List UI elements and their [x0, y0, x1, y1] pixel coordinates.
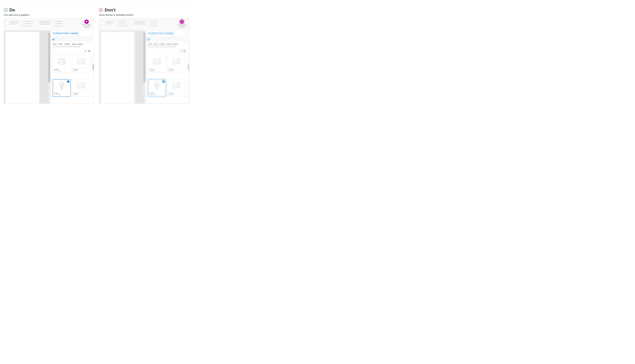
grid-view-icon[interactable]: [88, 50, 90, 52]
card-spec: 85w Equal: [73, 70, 89, 72]
card-brand: Contoso: [149, 68, 165, 70]
product-card[interactable]: Contoso60 - 65w Equal: [148, 55, 166, 73]
placeholder-image-icon: [72, 79, 90, 92]
list-view-icon[interactable]: [180, 50, 182, 52]
addin-ribbon-button[interactable]: Parts Catalog Contoso: [176, 19, 187, 28]
card-brand: Contoso: [54, 68, 70, 70]
product-card[interactable]: Contoso85w Equal: [167, 79, 185, 97]
product-card[interactable]: ✓Contoso60 - 65w Equal: [148, 79, 166, 97]
svg-rect-26: [173, 83, 180, 88]
pane-dropdown-icon[interactable]: ▼: [91, 32, 92, 34]
product-card[interactable]: Contoso85w Equal: [72, 55, 90, 73]
svg-rect-11: [61, 88, 62, 90]
ribbon-checkbox[interactable]: [148, 23, 150, 24]
scroll-thumb[interactable]: [48, 33, 50, 82]
card-spec: 60 - 65w Equal: [54, 94, 70, 96]
scroll-thumb[interactable]: [143, 33, 145, 82]
dont-column: Don't Show blurred or pixelated content.: [99, 8, 189, 104]
ribbon-checkbox[interactable]: [53, 20, 55, 22]
ribbon-button-placeholder[interactable]: [130, 21, 133, 24]
selected-check-icon: ✓: [162, 80, 165, 83]
card-spec: 60 - 65w Equal: [54, 70, 70, 72]
svg-rect-12: [78, 83, 85, 88]
do-subtitle: Use clear text & graphics.: [4, 14, 94, 16]
selected-check-icon: ✓: [67, 80, 70, 83]
addin-ribbon-button[interactable]: Parts Catalog Contoso: [81, 19, 92, 28]
pane-dropdown-icon[interactable]: ▾ ✕: [185, 32, 187, 34]
product-card[interactable]: Contoso60 - 65w Equal: [53, 55, 71, 73]
results-grid: Contoso60 - 65w EqualContoso85w Equal✓Co…: [50, 54, 92, 104]
card-spec: 85w Equal: [73, 94, 89, 96]
ribbon-checkbox[interactable]: [148, 20, 150, 22]
svg-point-24: [154, 81, 159, 87]
product-card[interactable]: ✓Contoso60 - 65w Equal: [53, 79, 71, 97]
placeholder-image-icon: [72, 55, 90, 68]
document-page: [5, 32, 40, 104]
search-summary: LED - R30 - 2700K - Warm White 16 result…: [146, 41, 188, 49]
ribbon-checkbox[interactable]: [53, 25, 55, 27]
ribbon-button-placeholder[interactable]: [5, 21, 9, 24]
scroll-thumb[interactable]: [188, 64, 189, 70]
ribbon-checkbox[interactable]: [148, 25, 150, 27]
dont-subtitle: Show blurred or pixelated content.: [99, 14, 189, 16]
addin-label-title: Parts Catalog: [177, 24, 186, 26]
ribbon-checkbox[interactable]: [22, 25, 24, 27]
card-brand: Contoso: [73, 68, 89, 70]
ribbon-checkbox[interactable]: [22, 20, 24, 22]
search-results-count: 16 results in LED - R30 - 60-65 Watt Equ…: [53, 46, 90, 48]
results-grid: Contoso60 - 65w EqualContoso85w Equal✓Co…: [146, 54, 188, 104]
svg-point-27: [178, 84, 179, 85]
doc-scrollbar[interactable]: ▲: [48, 30, 50, 104]
ribbon-checkbox[interactable]: [53, 23, 55, 24]
search-query: LED - R30 - 2700K - Warm White: [148, 43, 185, 46]
hamburger-icon[interactable]: [147, 39, 150, 40]
scroll-thumb[interactable]: [93, 64, 94, 70]
ribbon: Parts Catalog Contoso: [4, 18, 94, 30]
svg-rect-20: [153, 59, 160, 64]
svg-point-23: [178, 60, 179, 61]
svg-point-10: [59, 81, 64, 87]
card-brand: Contoso: [54, 92, 70, 94]
ribbon-button-placeholder[interactable]: [34, 21, 38, 24]
hamburger-icon[interactable]: [52, 39, 55, 40]
search-query: LED - R30 - 2700K - Warm White: [53, 43, 90, 46]
document-canvas: [4, 30, 48, 104]
pane-scrollbar[interactable]: [92, 36, 94, 104]
do-heading: Do: [10, 8, 15, 12]
card-spec: 60 - 65w Equal: [149, 94, 165, 96]
svg-point-9: [82, 60, 83, 61]
svg-rect-22: [173, 59, 180, 64]
scroll-up-icon[interactable]: ▲: [49, 30, 50, 33]
lightbulb-icon: [84, 20, 89, 24]
card-spec: 85w Equal: [169, 94, 184, 96]
addin-label-company: Contoso: [179, 26, 185, 28]
card-brand: Contoso: [149, 92, 165, 94]
product-card[interactable]: Contoso85w Equal: [72, 79, 90, 97]
do-column: Do Use clear text & graphics.: [4, 8, 94, 104]
document-page: [100, 32, 135, 104]
doc-scrollbar[interactable]: ▲: [143, 30, 145, 104]
pane-title: Contoso Parts Catalog: [148, 32, 173, 35]
ribbon-checkbox[interactable]: [117, 20, 119, 22]
ribbon-checkbox[interactable]: [117, 25, 119, 27]
task-pane: Contoso Parts Catalog ▼ LED - R30 - 2700…: [50, 30, 94, 104]
pane-scrollbar[interactable]: [188, 36, 189, 104]
addin-label-company: Contoso: [84, 26, 89, 28]
ribbon-button-placeholder[interactable]: [100, 21, 104, 24]
x-icon: [99, 8, 103, 12]
list-view-icon[interactable]: [85, 50, 87, 52]
ribbon-checkbox[interactable]: [22, 23, 24, 24]
card-spec: 60 - 65w Equal: [149, 70, 165, 72]
search-summary: LED - R30 - 2700K - Warm White 16 result…: [50, 41, 92, 49]
product-card[interactable]: Contoso85w Equal: [167, 55, 185, 73]
ribbon-checkbox[interactable]: [117, 23, 119, 24]
svg-rect-25: [156, 88, 158, 90]
scroll-up-icon[interactable]: ▲: [144, 30, 145, 33]
document-canvas: [99, 30, 143, 104]
card-brand: Contoso: [73, 92, 89, 94]
card-spec: 85w Equal: [169, 70, 184, 72]
grid-view-icon[interactable]: [184, 50, 185, 52]
svg-point-21: [158, 60, 159, 61]
lightbulb-icon: [180, 20, 184, 24]
placeholder-image-icon: [168, 79, 185, 92]
